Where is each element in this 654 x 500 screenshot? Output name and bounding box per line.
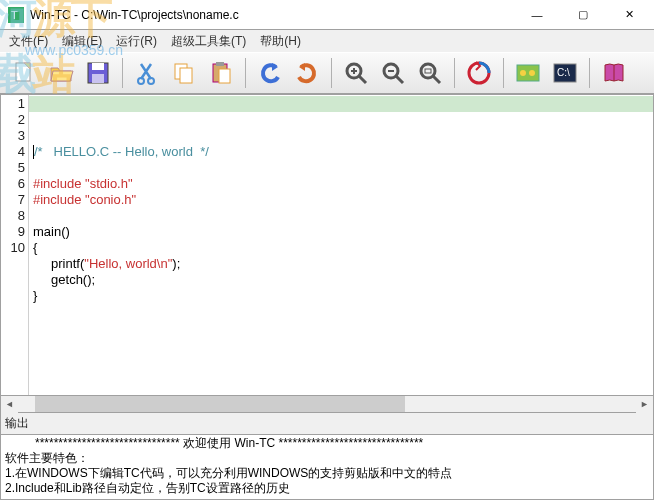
minimize-button[interactable]: — [514,0,560,30]
svg-text:C:\: C:\ [557,67,570,78]
zoom-in-button[interactable] [338,55,374,91]
menu-help[interactable]: 帮助(H) [255,31,306,52]
code-line: #include "stdio.h" [33,176,649,192]
editor-hscroll[interactable]: ◄ ► [0,396,654,413]
code-line: #include "conio.h" [33,192,649,208]
svg-point-6 [138,78,144,84]
svg-point-15 [421,64,435,78]
window-title: Win-TC - C:\Win-TC\projects\noname.c [30,8,514,22]
line-number: 10 [1,240,25,256]
help-book-icon [600,59,628,87]
svg-rect-5 [92,74,104,83]
new-file-button[interactable] [6,55,42,91]
menu-edit[interactable]: 编辑(E) [57,31,107,52]
line-number: 1 [1,96,25,112]
open-folder-icon [47,59,75,87]
open-button[interactable] [43,55,79,91]
svg-text:T: T [11,9,18,21]
code-line: /* HELLO.C -- Hello, world */ [33,144,649,160]
code-area[interactable]: /* HELLO.C -- Hello, world */ #include "… [29,95,653,395]
zoom-out-icon [379,59,407,87]
zoom-fit-icon [416,59,444,87]
menu-file[interactable]: 文件(F) [4,31,53,52]
output-features-header: 软件主要特色： [5,451,649,466]
redo-button[interactable] [289,55,325,91]
toolbar: C:\ [0,52,654,94]
svg-rect-9 [180,68,192,83]
svg-rect-4 [92,63,104,70]
current-line-highlight [29,96,653,112]
undo-icon [256,59,284,87]
svg-point-20 [529,70,535,76]
console-icon: C:\ [551,59,579,87]
run-icon [514,59,542,87]
line-number: 4 [1,144,25,160]
code-line: printf("Hello, world\n"); [33,256,649,272]
svg-point-19 [520,70,526,76]
line-number: 2 [1,112,25,128]
scroll-right-icon[interactable]: ► [636,396,653,413]
redo-icon [293,59,321,87]
code-line: { [33,240,649,256]
menu-tools[interactable]: 超级工具集(T) [166,31,251,52]
code-editor[interactable]: 12345678910 /* HELLO.C -- Hello, world *… [0,94,654,396]
close-button[interactable]: ✕ [606,0,652,30]
line-number: 9 [1,224,25,240]
paste-button[interactable] [203,55,239,91]
output-panel: ******************************* 欢迎使用 Win… [0,434,654,500]
line-number: 3 [1,128,25,144]
console-button[interactable]: C:\ [547,55,583,91]
line-number: 8 [1,208,25,224]
code-line [33,160,649,176]
output-feature-2: 2.Include和Lib路径自动定位，告别TC设置路径的历史 [5,481,649,496]
svg-rect-12 [219,69,230,83]
menu-run[interactable]: 运行(R) [111,31,162,52]
undo-button[interactable] [252,55,288,91]
line-gutter: 12345678910 [1,95,29,395]
zoom-fit-button[interactable] [412,55,448,91]
cut-icon [133,59,161,87]
paste-icon [207,59,235,87]
copy-button[interactable] [166,55,202,91]
code-line: main() [33,224,649,240]
run-button[interactable] [510,55,546,91]
svg-point-7 [148,78,154,84]
titlebar: T Win-TC - C:\Win-TC\projects\noname.c —… [0,0,654,30]
save-button[interactable] [80,55,116,91]
line-number: 5 [1,160,25,176]
output-welcome: ******************************* 欢迎使用 Win… [5,436,649,451]
svg-rect-16 [425,69,431,73]
scroll-thumb[interactable] [35,396,405,412]
zoom-out-button[interactable] [375,55,411,91]
output-label: 输出 [0,413,654,434]
save-icon [84,59,112,87]
line-number: 7 [1,192,25,208]
line-number: 6 [1,176,25,192]
scroll-left-icon[interactable]: ◄ [1,396,18,413]
compile-icon [465,59,493,87]
app-icon: T [8,7,24,23]
code-line [33,208,649,224]
zoom-in-icon [342,59,370,87]
cut-button[interactable] [129,55,165,91]
new-file-icon [10,59,38,87]
compile-button[interactable] [461,55,497,91]
menubar: 文件(F) 编辑(E) 运行(R) 超级工具集(T) 帮助(H) [0,30,654,52]
output-feature-1: 1.在WINDOWS下编辑TC代码，可以充分利用WINDOWS的支持剪贴版和中文… [5,466,649,481]
copy-icon [170,59,198,87]
svg-rect-11 [216,62,224,66]
help-button[interactable] [596,55,632,91]
code-line: getch(); [33,272,649,288]
maximize-button[interactable]: ▢ [560,0,606,30]
code-line: } [33,288,649,304]
